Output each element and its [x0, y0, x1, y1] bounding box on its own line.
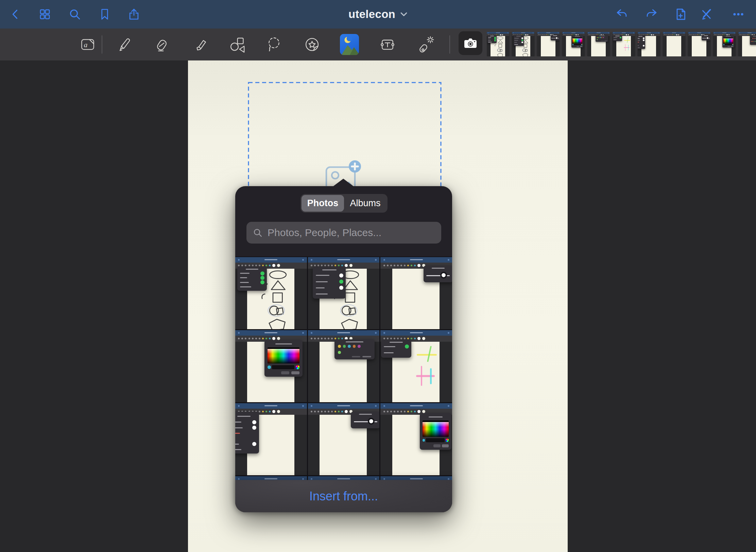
highlighter-tool-icon[interactable]: [190, 35, 209, 54]
page-thumbnail-strip: [487, 32, 756, 56]
laser-pointer-tool-icon[interactable]: [416, 35, 435, 54]
add-page-icon[interactable]: [673, 7, 688, 22]
sticker-tool-icon[interactable]: [303, 35, 322, 54]
search-icon[interactable]: [67, 7, 82, 22]
photo-thumbnail[interactable]: [380, 330, 452, 402]
toolbar-separator: [449, 35, 450, 54]
pen-tool-icon[interactable]: [116, 35, 135, 54]
page-thumbnail[interactable]: [512, 32, 534, 56]
photo-thumbnail[interactable]: [380, 476, 452, 480]
photo-thumbnail[interactable]: [308, 476, 380, 480]
tab-photos[interactable]: Photos: [302, 195, 344, 212]
top-navigation-bar: utelecon: [0, 0, 756, 29]
document-title[interactable]: utelecon: [348, 8, 408, 21]
photo-thumbnail[interactable]: [235, 257, 307, 329]
image-tool-icon[interactable]: [340, 35, 359, 54]
insert-from-label: Insert from...: [309, 489, 378, 503]
photo-thumbnail[interactable]: [380, 403, 452, 475]
page-thumbnail[interactable]: [487, 32, 509, 56]
page-thumbnail[interactable]: [638, 32, 660, 56]
page-thumbnail[interactable]: [713, 32, 736, 56]
camera-icon: [462, 35, 479, 51]
chevron-down-icon: [400, 12, 408, 17]
tab-albums[interactable]: Albums: [344, 195, 386, 212]
camera-button[interactable]: [459, 31, 482, 55]
bookmark-icon[interactable]: [97, 7, 112, 22]
toolbar-separator: [102, 35, 102, 54]
photo-thumbnail[interactable]: [308, 403, 380, 475]
text-tool-icon[interactable]: [378, 35, 397, 54]
photo-search-field[interactable]: [246, 222, 441, 244]
lasso-tool-icon[interactable]: [264, 35, 284, 54]
document-title-label: utelecon: [348, 8, 395, 21]
photos-albums-segmented-control: Photos Albums: [300, 194, 388, 213]
page-thumbnail[interactable]: [562, 32, 585, 56]
photo-thumbnail[interactable]: [235, 403, 307, 475]
more-icon[interactable]: [731, 7, 746, 22]
redo-icon[interactable]: [644, 7, 659, 22]
shapes-tool-icon[interactable]: [227, 35, 246, 54]
photo-thumbnail[interactable]: [380, 257, 452, 329]
pages-overview-icon[interactable]: [37, 7, 52, 22]
search-icon: [253, 228, 263, 238]
photo-picker-popover: Photos Albums Insert from...: [235, 186, 452, 512]
svg-text:a: a: [84, 41, 88, 49]
photo-grid: [235, 256, 452, 480]
photo-thumbnail[interactable]: [308, 330, 380, 402]
page-thumbnail[interactable]: [613, 32, 635, 56]
page-thumbnail[interactable]: [537, 32, 560, 56]
photo-thumbnail[interactable]: [235, 476, 307, 480]
pen-disabled-icon[interactable]: [699, 7, 714, 22]
undo-icon[interactable]: [615, 7, 630, 22]
zoom-window-tool-icon[interactable]: a: [78, 35, 97, 54]
share-icon[interactable]: [126, 7, 141, 22]
page-thumbnail[interactable]: [738, 32, 756, 56]
back-icon[interactable]: [8, 7, 23, 22]
page-thumbnail[interactable]: [663, 32, 685, 56]
search-input[interactable]: [267, 227, 435, 239]
drawing-toolbar: a: [0, 29, 756, 60]
eraser-tool-icon[interactable]: [152, 35, 171, 54]
page-thumbnail[interactable]: [688, 32, 710, 56]
popover-arrow: [332, 179, 354, 187]
insert-from-button[interactable]: Insert from...: [235, 480, 452, 512]
photo-thumbnail[interactable]: [308, 257, 380, 329]
photo-thumbnail[interactable]: [235, 330, 307, 402]
page-thumbnail[interactable]: [587, 32, 610, 56]
app-window: utelecon a: [0, 0, 756, 552]
